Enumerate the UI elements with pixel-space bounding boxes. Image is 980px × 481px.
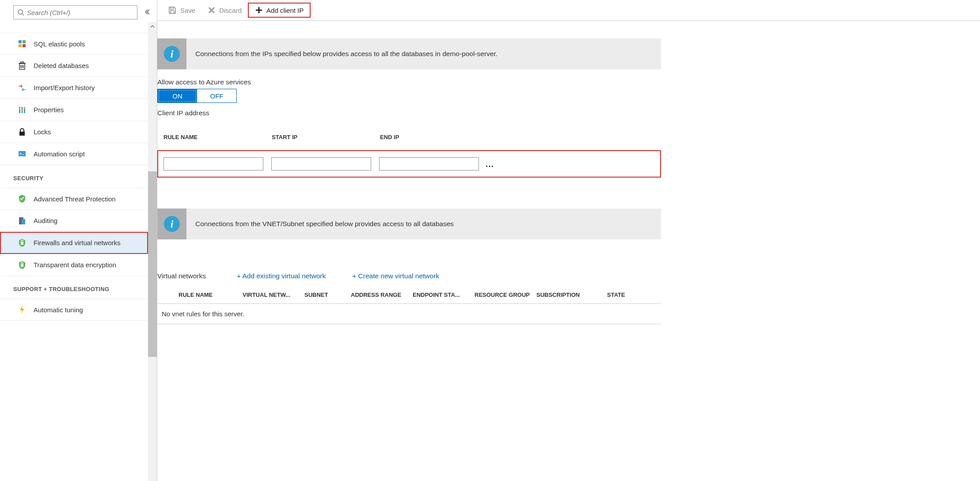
shield-check-icon [17,193,27,204]
collapse-sidebar-icon[interactable] [144,8,151,17]
main-panel: Save Discard Add client IP i Connections… [157,0,980,481]
sidebar-item-auditing[interactable]: Auditing [0,210,148,232]
fw-header-endip: END IP [380,134,488,140]
sidebar-item-label: Advanced Threat Protection [34,195,116,203]
sidebar-item-deleted-databases[interactable]: Deleted databases [0,55,148,77]
vnet-th-subnet: SUBNET [304,292,351,298]
firewall-shield-icon [17,238,27,248]
vnet-title: Virtual networks [157,272,237,280]
svg-rect-22 [21,242,23,245]
svg-rect-5 [23,44,26,47]
info-text-ip: Connections from the IPs specified below… [186,38,661,69]
sidebar-item-sql-elastic-pools[interactable]: SQL elastic pools [0,33,148,55]
vnet-th-addr: ADDRESS RANGE [351,292,413,298]
fw-end-ip-input[interactable] [379,157,479,170]
svg-rect-17 [24,107,25,109]
sidebar-item-label: SQL elastic pools [34,40,85,48]
sidebar-item-label: Import/Export history [34,84,95,91]
allow-azure-toggle[interactable]: ON OFF [157,89,237,103]
info-text-vnet: Connections from the VNET/Subnet specifi… [186,208,661,239]
sidebar-item-label: Locks [34,128,51,136]
automation-script-icon [17,149,27,159]
client-ip-label: Client IP address [157,109,661,117]
search-icon [17,9,24,16]
create-new-vnet-link[interactable]: + Create new virtual network [352,272,439,280]
sidebar-item-properties[interactable]: Properties [0,99,148,121]
add-existing-vnet-link[interactable]: + Add existing virtual network [237,272,326,280]
svg-rect-2 [19,40,22,43]
vnet-th-rule: RULE NAME [179,292,243,298]
svg-point-0 [18,10,23,14]
fw-rule-name-input[interactable] [163,157,263,170]
properties-icon [17,105,27,115]
sidebar-scrollbar-thumb[interactable] [148,171,157,357]
discard-button[interactable]: Discard [201,4,248,17]
fw-header-startip: START IP [272,134,380,140]
add-client-ip-button[interactable]: Add client IP [248,3,311,18]
sidebar-item-label: Deleted databases [34,62,89,69]
svg-rect-15 [19,108,20,110]
sidebar-item-label: Transparent data encryption [34,261,116,269]
info-icon: i [164,216,180,232]
svg-rect-19 [19,151,26,156]
svg-rect-4 [19,44,22,47]
sidebar-item-import-export-history[interactable]: Import/Export history [0,77,148,99]
toggle-on[interactable]: ON [158,89,197,102]
toolbar: Save Discard Add client IP [157,0,980,21]
sidebar-item-firewalls-virtual-networks[interactable]: Firewalls and virtual networks [0,232,148,254]
fw-rule-input-row: … [157,150,661,178]
svg-rect-11 [21,62,23,63]
info-banner-vnet: i Connections from the VNET/Subnet speci… [157,208,661,239]
sidebar-item-locks[interactable]: Locks [0,121,148,143]
sidebar-item-label: Automation script [34,150,85,158]
discard-icon [208,6,216,14]
svg-rect-23 [21,264,23,267]
fw-start-ip-input[interactable] [271,157,371,170]
sidebar-search[interactable] [13,5,137,19]
sidebar-item-automation-script[interactable]: Automation script [0,143,148,165]
fw-row-more-icon[interactable]: … [485,159,495,169]
trash-icon [17,61,27,71]
section-support-header: SUPPORT + TROUBLESHOOTING [0,276,148,299]
section-security-header: SECURITY [0,165,148,188]
add-client-ip-label: Add client IP [266,7,304,14]
encryption-shield-icon [17,260,27,270]
save-label: Save [180,7,195,14]
sidebar-item-transparent-data-encryption[interactable]: Transparent data encryption [0,254,148,276]
auditing-icon [17,216,27,226]
sql-elastic-pools-icon [17,38,27,49]
save-button[interactable]: Save [162,3,201,17]
sidebar-item-automatic-tuning[interactable]: Automatic tuning [0,299,148,321]
svg-rect-18 [19,132,25,136]
sidebar-item-label: Auditing [34,217,57,224]
svg-line-1 [22,14,24,15]
fw-header-rulename: RULE NAME [163,134,272,140]
search-input[interactable] [27,9,133,16]
sidebar: SQL elastic pools Deleted databases Impo… [0,0,157,481]
sidebar-item-label: Automatic tuning [34,306,83,314]
info-banner-ip: i Connections from the IPs specified bel… [157,38,661,69]
svg-rect-12 [19,107,20,113]
toggle-off[interactable]: OFF [197,89,236,102]
plus-icon [255,6,263,14]
svg-rect-21 [22,219,25,224]
sidebar-item-advanced-threat-protection[interactable]: Advanced Threat Protection [0,188,148,210]
allow-azure-label: Allow access to Azure services [157,78,661,86]
svg-rect-24 [171,7,173,9]
vnet-table-header: RULE NAME VIRTUAL NETW... SUBNET ADDRESS… [157,292,661,304]
vnet-th-rg: RESOURCE GROUP [475,292,536,298]
vnet-th-vnet: VIRTUAL NETW... [243,292,304,298]
svg-rect-3 [23,40,26,43]
import-export-icon [17,83,27,93]
lock-icon [17,127,27,137]
save-icon [168,6,177,15]
scroll-up-icon[interactable] [148,22,157,31]
vnet-th-sub: SUBSCRIPTION [536,292,607,298]
info-icon: i [164,46,180,62]
vnet-th-state: STATE [607,292,642,298]
svg-rect-16 [22,110,23,111]
sidebar-item-label: Properties [34,106,64,114]
vnet-empty-message: No vnet rules for this server. [157,304,661,324]
vnet-th-endpoint: ENDPOINT STA... [413,292,475,298]
lightning-icon [17,304,27,315]
